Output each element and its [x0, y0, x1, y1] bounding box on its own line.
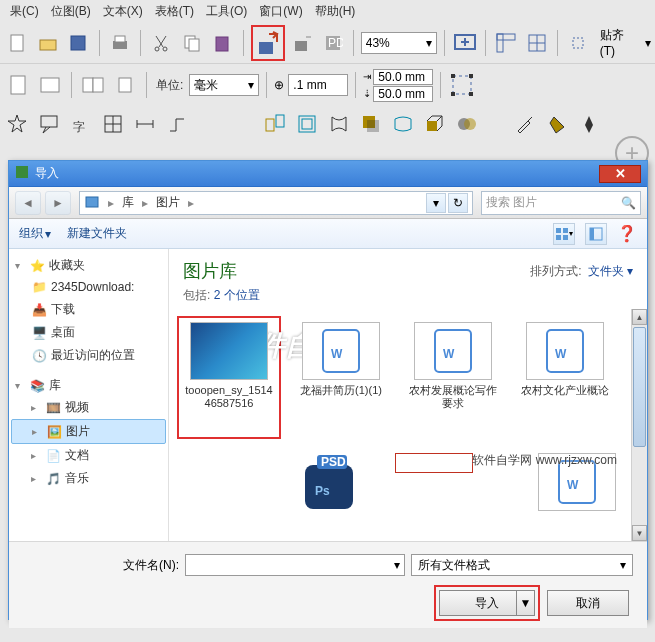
preview-pane-button[interactable] — [585, 223, 607, 245]
print-icon[interactable] — [107, 29, 134, 57]
scroll-down-icon[interactable]: ▼ — [632, 525, 647, 541]
snap-icon[interactable] — [565, 29, 592, 57]
file-item[interactable]: W 农村发展概论写作要求 — [407, 322, 499, 433]
sidebar-item-downloads[interactable]: 📁2345Download: — [11, 276, 166, 298]
crumb[interactable]: 图片 — [156, 194, 180, 211]
sort-select[interactable]: 文件夹 ▾ — [588, 263, 633, 280]
dup-y-input[interactable]: 50.0 mm — [373, 86, 433, 102]
file-item[interactable]: W 农村文化产业概论 — [519, 322, 611, 433]
organize-button[interactable]: 组织 ▾ — [19, 225, 51, 242]
scroll-up-icon[interactable]: ▲ — [632, 309, 647, 325]
page-landscape-icon[interactable] — [36, 71, 64, 99]
dialog-titlebar[interactable]: 导入 ✕ — [9, 161, 647, 187]
callout-icon[interactable] — [36, 111, 62, 137]
sidebar-item-recent[interactable]: 🕓最近访问的位置 — [11, 344, 166, 367]
menu-item[interactable]: 果(C) — [4, 1, 45, 22]
pages-icon[interactable] — [79, 71, 107, 99]
eyedropper-icon[interactable] — [512, 111, 538, 137]
envelope-icon[interactable] — [390, 111, 416, 137]
cut-icon[interactable] — [148, 29, 175, 57]
search-input[interactable]: 搜索 图片 🔍 — [481, 191, 641, 215]
menu-item[interactable]: 帮助(H) — [309, 1, 362, 22]
sidebar-item-pictures[interactable]: ▸🖼️图片 — [11, 419, 166, 444]
file-item[interactable]: PsPSD — [283, 453, 375, 533]
dialog-toolbar: 组织 ▾ 新建文件夹 ▾ ❓ — [9, 219, 647, 249]
scroll-thumb[interactable] — [633, 327, 646, 447]
sidebar-item-music[interactable]: ▸🎵音乐 — [11, 467, 166, 490]
ruler-icon[interactable] — [493, 29, 520, 57]
filename-input[interactable]: ▾ — [185, 554, 405, 576]
svg-rect-34 — [276, 115, 284, 127]
cancel-button[interactable]: 取消 — [547, 590, 629, 616]
connector-icon[interactable] — [164, 111, 190, 137]
view-mode-button[interactable]: ▾ — [553, 223, 575, 245]
locations-link[interactable]: 2 个位置 — [214, 288, 260, 302]
dup-x-input[interactable]: 50.0 mm — [373, 69, 433, 85]
shadow-icon[interactable] — [358, 111, 384, 137]
doc-thumbnail: W — [526, 322, 604, 380]
new-folder-button[interactable]: 新建文件夹 — [67, 225, 127, 242]
text-icon[interactable]: 字 — [68, 111, 94, 137]
page-portrait-icon[interactable] — [4, 71, 32, 99]
file-item[interactable]: W — [531, 453, 623, 533]
import-icon[interactable] — [251, 25, 285, 61]
pdf-icon[interactable]: PDF — [319, 29, 346, 57]
file-item[interactable]: W 龙福井简历(1)(1) — [295, 322, 387, 433]
copy-icon[interactable] — [179, 29, 206, 57]
fill-icon[interactable] — [544, 111, 570, 137]
menu-item[interactable]: 位图(B) — [45, 1, 97, 22]
svg-text:W: W — [555, 347, 567, 361]
scrollbar[interactable]: ▲ ▼ — [631, 309, 647, 541]
banner-thumbnail — [395, 453, 473, 473]
fullscreen-icon[interactable] — [452, 29, 479, 57]
grid-icon[interactable] — [524, 29, 551, 57]
file-item[interactable]: tooopen_sy_151446587516 — [183, 322, 275, 433]
nudge-input[interactable]: .1 mm — [288, 74, 348, 96]
unit-select[interactable]: 毫米▾ — [189, 74, 259, 96]
save-icon[interactable] — [65, 29, 92, 57]
import-button[interactable]: 导入 ▼ — [439, 590, 535, 616]
blend-icon[interactable] — [262, 111, 288, 137]
pen-icon[interactable] — [576, 111, 602, 137]
nudge-icon: ⊕ — [274, 78, 284, 92]
sidebar-libraries-header[interactable]: ▾📚库 — [11, 375, 166, 396]
transparency-icon[interactable] — [454, 111, 480, 137]
sidebar-item-video[interactable]: ▸🎞️视频 — [11, 396, 166, 419]
close-button[interactable]: ✕ — [599, 165, 641, 183]
snap-label[interactable]: 贴齐(T) — [596, 27, 641, 58]
extrude-icon[interactable] — [422, 111, 448, 137]
table-icon[interactable] — [100, 111, 126, 137]
paste-icon[interactable] — [209, 29, 236, 57]
sidebar-item-download[interactable]: 📥下载 — [11, 298, 166, 321]
selection-frame-icon[interactable] — [448, 71, 476, 99]
star-icon[interactable] — [4, 111, 30, 137]
forward-button[interactable]: ► — [45, 191, 71, 215]
zoom-select[interactable]: 43%▾ — [361, 32, 437, 54]
import-dropdown-icon[interactable]: ▼ — [516, 591, 534, 615]
sidebar-favorites-header[interactable]: ▾⭐收藏夹 — [11, 255, 166, 276]
menu-item[interactable]: 文本(X) — [97, 1, 149, 22]
menu-item[interactable]: 表格(T) — [149, 1, 200, 22]
filter-select[interactable]: 所有文件格式▾ — [411, 554, 633, 576]
crumb[interactable]: 库 — [122, 194, 134, 211]
file-item[interactable] — [395, 453, 473, 533]
sidebar-item-desktop[interactable]: 🖥️桌面 — [11, 321, 166, 344]
dimension-icon[interactable] — [132, 111, 158, 137]
menu-item[interactable]: 窗口(W) — [253, 1, 308, 22]
open-icon[interactable] — [35, 29, 62, 57]
new-doc-icon[interactable] — [4, 29, 31, 57]
page-single-icon[interactable] — [111, 71, 139, 99]
export-icon[interactable] — [289, 29, 316, 57]
help-icon[interactable]: ❓ — [617, 224, 637, 243]
refresh-icon[interactable]: ↻ — [448, 193, 468, 213]
distort-icon[interactable] — [326, 111, 352, 137]
unit-label: 单位: — [154, 77, 185, 94]
contour-icon[interactable] — [294, 111, 320, 137]
video-icon: 🎞️ — [45, 400, 61, 416]
sidebar-item-documents[interactable]: ▸📄文档 — [11, 444, 166, 467]
breadcrumb[interactable]: ▸ 库 ▸ 图片 ▸ ▾ ↻ — [79, 191, 473, 215]
back-button[interactable]: ◄ — [15, 191, 41, 215]
svg-rect-30 — [41, 116, 57, 127]
menu-item[interactable]: 工具(O) — [200, 1, 253, 22]
dropdown-icon[interactable]: ▾ — [426, 193, 446, 213]
